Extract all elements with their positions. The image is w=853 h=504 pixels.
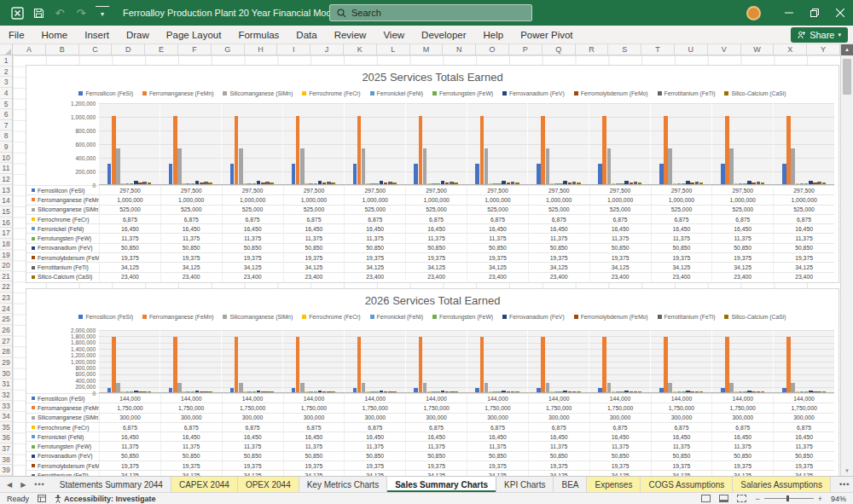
row-header-28[interactable]: 28: [0, 346, 12, 357]
redo-icon[interactable]: ↷: [74, 6, 88, 20]
column-header-g[interactable]: G: [212, 44, 245, 55]
close-button[interactable]: [827, 0, 853, 26]
chart-2-box[interactable]: 2026 Services Total EarnedFerrosilicon (…: [26, 288, 839, 476]
scroll-down-icon[interactable]: ▼: [841, 466, 853, 476]
row-header-32[interactable]: 32: [0, 390, 12, 401]
sheet-tab-salaries-assumptions[interactable]: Salaries Assumptions: [733, 477, 831, 492]
column-header-t[interactable]: T: [641, 44, 675, 55]
minimize-button[interactable]: [776, 0, 802, 26]
row-header-33[interactable]: 33: [0, 401, 12, 412]
scroll-up-icon[interactable]: ▲: [841, 44, 853, 55]
ribbon-tab-view[interactable]: View: [374, 26, 413, 44]
column-header-p[interactable]: P: [509, 44, 543, 55]
column-header-j[interactable]: J: [310, 44, 344, 55]
row-header-20[interactable]: 20: [0, 260, 12, 271]
row-header-12[interactable]: 12: [0, 174, 12, 185]
row-header-16[interactable]: 16: [0, 217, 12, 229]
row-header-35[interactable]: 35: [0, 422, 12, 433]
row-header-24[interactable]: 24: [0, 304, 12, 315]
row-header-8[interactable]: 8: [0, 130, 12, 142]
row-header-22[interactable]: 22: [0, 281, 12, 293]
row-header-29[interactable]: 29: [0, 357, 12, 368]
sheet-tab-cogs-assumptions[interactable]: COGS Assumptions: [641, 477, 733, 492]
ribbon-tab-review[interactable]: Review: [326, 26, 375, 44]
row-header-14[interactable]: 14: [0, 195, 12, 206]
accessibility-status-label[interactable]: Accessibility: Investigate: [64, 495, 156, 503]
column-header-d[interactable]: D: [112, 44, 145, 55]
tabs-overflow-icon[interactable]: •••: [839, 480, 850, 489]
ribbon-tab-formulas[interactable]: Formulas: [229, 26, 287, 44]
zoom-in-icon[interactable]: +: [818, 495, 822, 503]
vertical-scrollbar-thumb[interactable]: [843, 59, 851, 95]
sheet-tab-opex-2044[interactable]: OPEX 2044: [238, 477, 299, 492]
column-header-a[interactable]: A: [13, 44, 46, 55]
row-header-27[interactable]: 27: [0, 336, 12, 347]
row-header-25[interactable]: 25: [0, 314, 12, 325]
row-header-6[interactable]: 6: [0, 109, 12, 120]
column-header-y[interactable]: Y: [807, 44, 840, 55]
tabs-list-icon[interactable]: •••: [34, 480, 44, 489]
select-all-button[interactable]: [0, 44, 13, 55]
sheet-tab-statements-summary-2044[interactable]: Statements Summary 2044: [52, 477, 171, 492]
row-header-34[interactable]: 34: [0, 411, 12, 422]
column-header-c[interactable]: C: [79, 44, 113, 55]
zoom-slider-thumb[interactable]: [786, 495, 789, 501]
ribbon-tab-developer[interactable]: Developer: [413, 26, 474, 44]
column-header-q[interactable]: Q: [543, 44, 576, 55]
vertical-scrollbar[interactable]: ▲ ▼: [840, 44, 853, 476]
zoom-slider-track[interactable]: [764, 498, 814, 499]
row-header-36[interactable]: 36: [0, 432, 12, 443]
undo-icon[interactable]: ↶: [53, 6, 67, 20]
sheet-tab-expenses[interactable]: Expenses: [587, 477, 641, 492]
row-header-3[interactable]: 3: [0, 77, 12, 88]
row-header-17[interactable]: 17: [0, 228, 12, 239]
ribbon-tab-insert[interactable]: Insert: [76, 26, 118, 44]
zoom-level-label[interactable]: 94%: [831, 495, 846, 503]
column-header-f[interactable]: F: [178, 44, 212, 55]
row-header-38[interactable]: 38: [0, 455, 12, 466]
column-header-w[interactable]: W: [741, 44, 775, 55]
ribbon-tab-page-layout[interactable]: Page Layout: [158, 26, 230, 44]
sheet-tab-key-metrics-charts[interactable]: Key Metrics Charts: [299, 477, 387, 492]
row-header-31[interactable]: 31: [0, 379, 12, 390]
column-header-n[interactable]: N: [443, 44, 476, 55]
row-header-7[interactable]: 7: [0, 120, 12, 131]
column-header-i[interactable]: I: [277, 44, 310, 55]
column-header-h[interactable]: H: [245, 44, 278, 55]
sheet-tab-kpi-charts[interactable]: KPI Charts: [496, 477, 554, 492]
row-header-37[interactable]: 37: [0, 443, 12, 455]
row-header-4[interactable]: 4: [0, 88, 12, 99]
column-header-s[interactable]: S: [608, 44, 641, 55]
row-header-13[interactable]: 13: [0, 185, 12, 196]
normal-view-icon[interactable]: [701, 495, 711, 502]
restore-button[interactable]: [802, 0, 827, 26]
save-icon[interactable]: [32, 6, 45, 20]
ribbon-tab-power-pivot[interactable]: Power Pivot: [512, 26, 581, 44]
row-header-18[interactable]: 18: [0, 239, 12, 250]
row-header-26[interactable]: 26: [0, 325, 12, 336]
row-header-2[interactable]: 2: [0, 67, 12, 78]
row-header-30[interactable]: 30: [0, 368, 12, 379]
search-input[interactable]: Search: [329, 4, 532, 21]
chart-1-box[interactable]: 2025 Services Totals EarnedFerrosilicon …: [26, 65, 839, 283]
page-layout-view-icon[interactable]: [719, 495, 728, 502]
sheet-canvas[interactable]: 1234567891011121314151617181920212223242…: [0, 55, 853, 476]
row-header-5[interactable]: 5: [0, 99, 12, 110]
tabs-prev-icon[interactable]: ◀: [7, 481, 12, 489]
column-header-v[interactable]: V: [708, 44, 741, 55]
zoom-out-icon[interactable]: −: [755, 495, 759, 503]
tabs-next-icon[interactable]: ▶: [20, 481, 26, 489]
excel-logo-icon[interactable]: [10, 6, 24, 20]
account-avatar[interactable]: [746, 6, 761, 20]
column-header-k[interactable]: K: [344, 44, 377, 55]
row-header-11[interactable]: 11: [0, 163, 12, 174]
ribbon-tab-file[interactable]: File: [0, 26, 33, 44]
row-header-23[interactable]: 23: [0, 293, 12, 304]
ribbon-tab-draw[interactable]: Draw: [118, 26, 158, 44]
customize-toolbar-icon[interactable]: ▾: [96, 6, 109, 20]
column-header-x[interactable]: X: [774, 44, 807, 55]
row-header-9[interactable]: 9: [0, 142, 12, 153]
sheet-tab-sales-summary-charts[interactable]: Sales Summary Charts: [387, 477, 496, 492]
macro-record-icon[interactable]: [38, 495, 46, 502]
sheet-tab-capex-2044[interactable]: CAPEX 2044: [171, 477, 238, 492]
